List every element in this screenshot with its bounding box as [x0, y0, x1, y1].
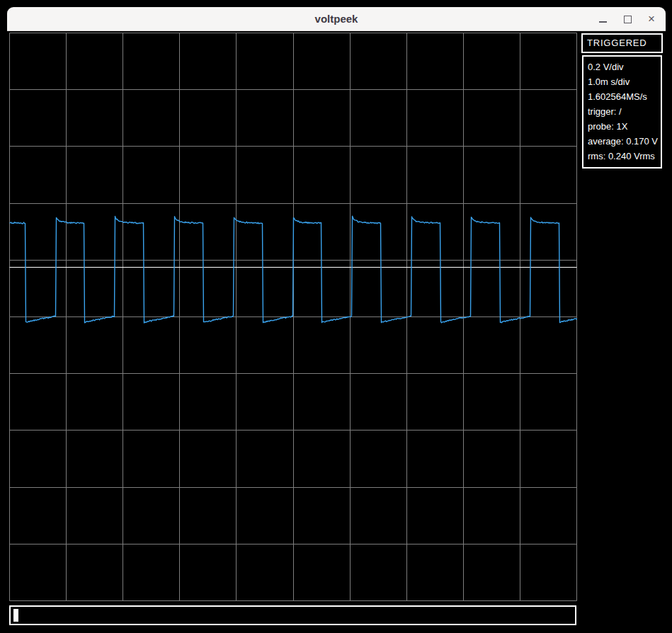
scope-display: [9, 33, 577, 601]
text-cursor: [13, 609, 18, 622]
window-title: voltpeek: [7, 7, 666, 31]
minimize-icon: [599, 21, 607, 23]
readout-rms: rms: 0.240 Vrms: [588, 149, 659, 164]
info-panel: TRIGGERED 0.2 V/div 1.0m s/div 1.602564M…: [581, 33, 663, 169]
readouts-box: 0.2 V/div 1.0m s/div 1.602564MS/s trigge…: [582, 55, 662, 169]
app-window: voltpeek × TRIGGERED 0.2 V/div 1.0m s/di…: [7, 7, 666, 626]
minimize-button[interactable]: [595, 11, 610, 27]
readout-time-per-div: 1.0m s/div: [588, 74, 659, 89]
close-icon: ×: [648, 12, 655, 26]
titlebar[interactable]: voltpeek ×: [7, 7, 666, 31]
trigger-status-label: TRIGGERED: [587, 38, 647, 48]
readout-sample-rate: 1.602564MS/s: [588, 89, 659, 104]
trigger-status-badge: TRIGGERED: [581, 33, 663, 53]
command-input[interactable]: [9, 605, 576, 625]
readout-probe: probe: 1X: [588, 119, 659, 134]
maximize-icon: [624, 16, 632, 23]
readout-trigger-slope: trigger: /: [588, 104, 659, 119]
readout-average: average: 0.170 V: [588, 134, 659, 149]
maximize-button[interactable]: [620, 11, 635, 27]
readout-volts-per-div: 0.2 V/div: [588, 59, 659, 74]
close-button[interactable]: ×: [644, 11, 659, 27]
